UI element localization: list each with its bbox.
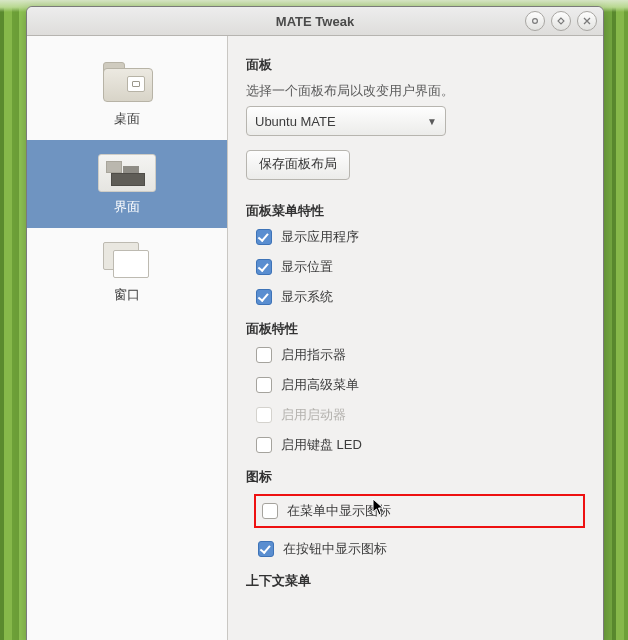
checkbox-show-places[interactable]: 显示位置	[256, 258, 585, 276]
checkbox-show-system[interactable]: 显示系统	[256, 288, 585, 306]
section-icons-heading: 图标	[246, 468, 585, 486]
maximize-button[interactable]	[551, 11, 571, 31]
checkbox-icon	[256, 289, 272, 305]
sidebar-item-windows[interactable]: 窗口	[27, 228, 227, 316]
chevron-down-icon: ▼	[427, 116, 437, 127]
checkbox-icon	[256, 229, 272, 245]
settings-pane: 面板 选择一个面板布局以改变用户界面。 Ubuntu MATE ▼ 保存面板布局…	[228, 36, 603, 640]
checkbox-icon	[256, 347, 272, 363]
mate-tweak-window: MATE Tweak 桌面 界面	[26, 6, 604, 640]
checkbox-show-applications[interactable]: 显示应用程序	[256, 228, 585, 246]
highlight-box: 在菜单中显示图标	[254, 494, 585, 528]
sidebar-item-label: 界面	[114, 198, 140, 216]
titlebar: MATE Tweak	[27, 7, 603, 36]
checkbox-icon	[256, 407, 272, 423]
category-sidebar: 桌面 界面 窗口	[27, 36, 228, 640]
checkbox-enable-advanced-menu[interactable]: 启用高级菜单	[256, 376, 585, 394]
section-context-menu-heading: 上下文菜单	[246, 572, 585, 590]
checkbox-enable-indicators[interactable]: 启用指示器	[256, 346, 585, 364]
sidebar-item-interface[interactable]: 界面	[27, 140, 227, 228]
save-panel-layout-button[interactable]: 保存面板布局	[246, 150, 350, 180]
section-panel-heading: 面板	[246, 56, 585, 74]
checkbox-icon	[262, 503, 278, 519]
svg-point-0	[533, 19, 538, 24]
sidebar-item-label: 桌面	[114, 110, 140, 128]
section-panel-features-heading: 面板特性	[246, 320, 585, 338]
checkbox-icon	[256, 437, 272, 453]
checkbox-icon	[258, 541, 274, 557]
panel-layout-selected: Ubuntu MATE	[255, 114, 336, 129]
windows-icon	[103, 242, 151, 280]
section-panel-menu-heading: 面板菜单特性	[246, 202, 585, 220]
sidebar-item-label: 窗口	[114, 286, 140, 304]
window-title: MATE Tweak	[276, 14, 354, 29]
checkbox-enable-keyboard-led[interactable]: 启用键盘 LED	[256, 436, 585, 454]
interface-icon	[98, 154, 156, 192]
checkbox-icons-in-buttons[interactable]: 在按钮中显示图标	[258, 540, 585, 558]
minimize-button[interactable]	[525, 11, 545, 31]
close-button[interactable]	[577, 11, 597, 31]
panel-layout-combo[interactable]: Ubuntu MATE ▼	[246, 106, 446, 136]
checkbox-icon	[256, 377, 272, 393]
desktop-icon	[99, 64, 155, 104]
sidebar-item-desktop[interactable]: 桌面	[27, 50, 227, 140]
checkbox-icon	[256, 259, 272, 275]
panel-layout-hint: 选择一个面板布局以改变用户界面。	[246, 82, 585, 100]
checkbox-enable-launcher: 启用启动器	[256, 406, 585, 424]
checkbox-icons-in-menus[interactable]: 在菜单中显示图标	[262, 502, 391, 520]
